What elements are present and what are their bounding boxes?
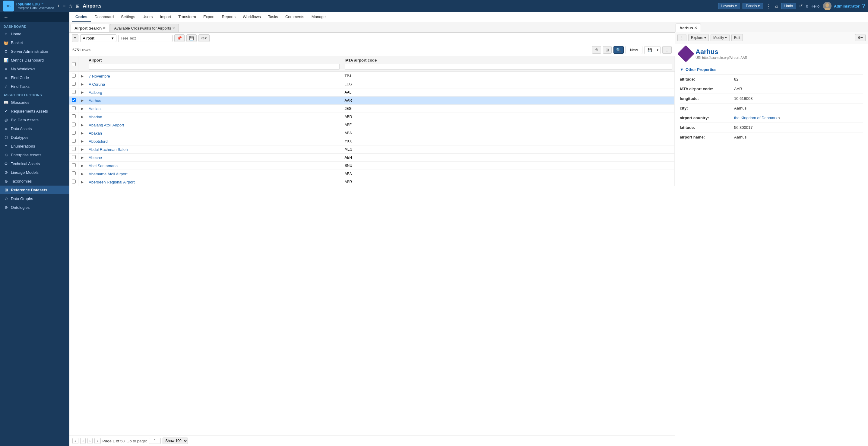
row-airport-name[interactable]: Aarhus [86,96,342,105]
new-button[interactable]: New [625,46,642,54]
row-checkbox[interactable] [69,170,79,178]
airport-link[interactable]: Aberdeen Regional Airport [89,180,135,184]
tab-settings[interactable]: Settings [117,12,139,22]
search-type-toggle[interactable]: ≡ [72,34,79,42]
table-row[interactable]: ▶ A Coruna LCG [69,80,675,88]
row-checkbox[interactable] [69,137,79,145]
tab-reports[interactable]: Reports [218,12,239,22]
next-page-button[interactable]: › [88,438,93,444]
modify-button[interactable]: Modify ▾ [711,34,730,41]
save-split-arrow[interactable]: ▾ [655,47,660,54]
table-row[interactable]: ▶ Abakan ABA [69,129,675,137]
row-expand[interactable]: ▶ [79,72,86,80]
sidebar-item-reference[interactable]: ⊞ Reference Datasets [0,186,69,194]
airport-link[interactable]: Abadan [89,115,102,119]
column-toggle-button[interactable]: ⊞ [603,46,612,54]
prop-dropdown-icon[interactable]: ▾ [778,116,780,120]
iata-filter-input[interactable] [345,64,672,70]
tab-dashboard[interactable]: Dashboard [91,12,118,22]
table-row[interactable]: ▶ Abbotsford YXX [69,137,675,145]
edit-button[interactable]: Edit [732,34,743,41]
first-page-button[interactable]: « [72,438,79,444]
airport-link[interactable]: Aasiaat [89,107,102,111]
panels-button[interactable]: Panels ▾ [743,3,763,9]
filter-button[interactable]: ⚗ [592,46,601,54]
row-expand[interactable]: ▶ [79,105,86,113]
row-expand[interactable]: ▶ [79,113,86,121]
row-checkbox[interactable] [69,121,79,129]
row-checkbox[interactable] [69,178,79,186]
redo-icon[interactable]: ↺ [799,3,803,9]
sidebar-item-bigdata[interactable]: ◎ Big Data Assets [0,116,69,124]
row-expand[interactable]: ▶ [79,154,86,162]
sidebar-item-requirements[interactable]: ✔ Requirements Assets [0,107,69,116]
row-checkbox[interactable] [69,145,79,154]
row-airport-name[interactable]: 7 Novembre [86,72,342,80]
row-airport-name[interactable]: Abel Santamaria [86,162,342,170]
table-row[interactable]: ▶ 7 Novembre TBJ [69,72,675,80]
row-expand[interactable]: ▶ [79,80,86,88]
sidebar-item-datatypes[interactable]: ⬡ Datatypes [0,133,69,142]
table-row[interactable]: ▶ Abadan ABD [69,113,675,121]
airport-link[interactable]: Abbotsford [89,139,108,144]
prev-page-button[interactable]: ‹ [80,438,86,444]
table-row[interactable]: ▶ Aasiaat JEG [69,105,675,113]
table-row[interactable]: ▶ Aarhus AAR [69,96,675,105]
row-expand[interactable]: ▶ [79,129,86,137]
grid-icon[interactable]: ⊞ [75,3,80,10]
row-airport-name[interactable]: Aberdeen Regional Airport [86,178,342,186]
table-row[interactable]: ▶ Aberdeen Regional Airport ABR [69,178,675,186]
sidebar-item-enumerations[interactable]: ≡ Enumerations [0,142,69,151]
row-expand[interactable]: ▶ [79,145,86,154]
more-options-icon[interactable]: ⋮ [766,2,772,10]
row-checkbox[interactable] [69,72,79,80]
undo-button[interactable]: Undo [781,3,797,9]
sidebar-item-find-tasks[interactable]: ✓ Find Tasks [0,82,69,91]
airport-link[interactable]: Abaiang Atoll Airport [89,123,124,127]
tab-airport-search-close[interactable]: ✕ [103,26,105,30]
search-type-select[interactable]: Airport ▾ [80,34,116,42]
sidebar-item-metrics[interactable]: 📊 Metrics Dashboard [0,56,69,65]
table-row[interactable]: ▶ Abel Santamaria SNU [69,162,675,170]
section-other-properties[interactable]: ▼ Other Properties [680,64,863,75]
tab-manage[interactable]: Manage [308,12,329,22]
airport-link[interactable]: Abel Santamaria [89,163,118,168]
table-row[interactable]: ▶ Abeche AEH [69,154,675,162]
row-checkbox[interactable] [69,96,79,105]
row-airport-name[interactable]: Abemama Atoll Airport [86,170,342,178]
settings-dropdown-button[interactable]: ⚙▾ [198,34,210,42]
row-checkbox[interactable] [69,80,79,88]
sidebar-item-home[interactable]: ⌂ Home [0,30,69,38]
table-row[interactable]: ▶ Abemama Atoll Airport AEA [69,170,675,178]
airport-link[interactable]: Abakan [89,131,102,136]
row-expand[interactable]: ▶ [79,96,86,105]
sidebar-item-workflows[interactable]: ≡ My Workflows [0,65,69,73]
pin-button[interactable]: 📌 [174,34,185,42]
row-checkbox[interactable] [69,154,79,162]
tab-codes[interactable]: Codes [72,12,91,22]
tab-aarhus-close[interactable]: ✕ [694,26,697,30]
tab-users[interactable]: Users [139,12,156,22]
avatar[interactable] [823,2,832,10]
airport-link[interactable]: Abemama Atoll Airport [89,172,128,176]
save-button[interactable]: 💾 [186,34,197,42]
row-checkbox[interactable] [69,105,79,113]
row-airport-name[interactable]: Abaiang Atoll Airport [86,121,342,129]
sidebar-item-ontologies[interactable]: ⊕ Ontologies [0,203,69,212]
tab-workflows[interactable]: Workflows [239,12,265,22]
row-airport-name[interactable]: Abeche [86,154,342,162]
rp-settings-button[interactable]: ⚙▾ [855,34,866,41]
airport-link[interactable]: Aalborg [89,90,102,95]
row-airport-name[interactable]: Abadan [86,113,342,121]
airport-link[interactable]: Abdul Rachman Saleh [89,147,128,152]
show-count-select[interactable]: Show 100 Show 50 Show 25 [162,438,188,444]
help-icon[interactable]: ? [862,3,865,9]
row-expand[interactable]: ▶ [79,162,86,170]
table-row[interactable]: ▶ Aalborg AAL [69,88,675,96]
row-checkbox[interactable] [69,129,79,137]
row-airport-name[interactable]: Abbotsford [86,137,342,145]
row-airport-name[interactable]: Abakan [86,129,342,137]
tab-crosswalks-close[interactable]: ✕ [172,26,175,30]
row-expand[interactable]: ▶ [79,137,86,145]
row-expand[interactable]: ▶ [79,178,86,186]
